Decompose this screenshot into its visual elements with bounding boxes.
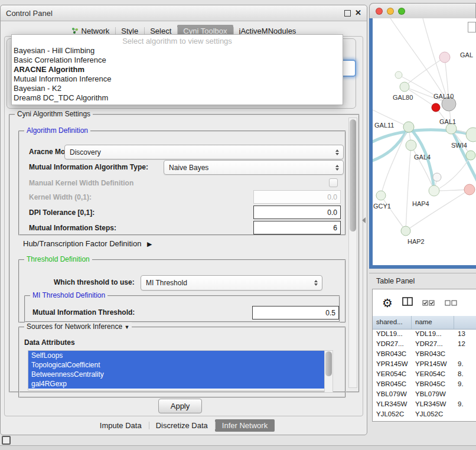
network-edge[interactable] <box>390 18 449 104</box>
column-header-2[interactable] <box>454 316 476 329</box>
aracne-mode-select[interactable]: Discovery <box>64 145 344 159</box>
kernel-width-input[interactable]: 0.0 <box>253 190 341 204</box>
table-row[interactable]: YBL079WYBL079W <box>373 389 476 399</box>
network-edge[interactable] <box>381 195 406 231</box>
network-node-swi4[interactable] <box>466 128 476 142</box>
network-view[interactable]: GAL80GAL10GAL1GAL11SWI4GAL4GCY1HAP4HAP2G… <box>373 18 476 265</box>
network-edge[interactable] <box>406 190 470 231</box>
table-header-row: shared...name <box>373 316 476 330</box>
kernel-width-value: 0.0 <box>327 193 337 201</box>
mi-type-label: Mutual Information Algorithm Type: <box>29 163 148 171</box>
mi-threshold-definition-title: MI Threshold Definition <box>30 291 107 299</box>
attribute-item-gal4rgexp[interactable]: gal4RGexp <box>28 379 324 389</box>
tab-impute-data[interactable]: Impute Data <box>93 419 149 432</box>
node-label: HAP4 <box>412 200 429 207</box>
network-node[interactable] <box>432 103 440 112</box>
network-view-window: GAL80GAL10GAL1GAL11SWI4GAL4GCY1HAP4HAP2G… <box>369 3 476 269</box>
float-window-icon[interactable] <box>344 10 351 17</box>
network-node-hap4[interactable] <box>429 185 439 196</box>
network-node[interactable] <box>464 184 475 195</box>
network-node[interactable] <box>395 71 402 79</box>
columns-icon[interactable] <box>402 297 413 308</box>
chevron-right-icon: ▶ <box>144 240 152 247</box>
algorithm-option-list: Bayesian - Hill ClimbingBasic Correlatio… <box>12 46 343 103</box>
sources-group-title[interactable]: Sources for Network Inference ▼ <box>24 322 132 331</box>
settings-scrollbar[interactable] <box>348 118 357 388</box>
attribute-item-topologicalcoefficient[interactable]: TopologicalCoefficient <box>28 360 324 370</box>
hub-section-label: Hub/Transcription Factor Definition <box>23 239 141 248</box>
mi-type-select[interactable]: Naive Bayes <box>164 160 344 175</box>
table-row[interactable]: YLR345WYLR345W9. <box>373 399 476 409</box>
table-toolbar: ⚙ <box>373 289 476 317</box>
table-cell: YBL079W <box>373 389 412 399</box>
chevron-updown-icon <box>335 165 339 171</box>
network-node-gcy1[interactable] <box>376 191 386 200</box>
table-row[interactable]: YDL19...YDL19...13 <box>373 329 476 339</box>
network-node-gal11[interactable] <box>403 122 414 132</box>
minimap-corner[interactable] <box>468 22 476 32</box>
zoom-traffic-light-icon[interactable] <box>398 8 405 15</box>
cyni-bottom-tab-bar: Impute DataDiscretize DataInfer Network <box>1 418 367 433</box>
attribute-list-scrollbar[interactable] <box>324 350 333 393</box>
tab-discretize-data[interactable]: Discretize Data <box>149 419 215 432</box>
panel-resize-arrow-icon[interactable] <box>362 217 366 223</box>
hub-section-toggle[interactable]: Hub/Transcription Factor Definition ▶ <box>23 239 152 248</box>
table-panel-title: Table Panel <box>376 277 415 285</box>
table-row[interactable]: YER054CYER054C8. <box>373 369 476 379</box>
node-label: GAL <box>460 51 473 58</box>
table-row[interactable]: YBR043CYBR043C <box>373 349 476 359</box>
node-label: GAL4 <box>414 154 431 161</box>
network-node[interactable] <box>439 52 450 63</box>
network-window-titlebar[interactable] <box>369 3 476 19</box>
aracne-mode-value: Discovery <box>70 148 101 156</box>
attribute-item-betweennesscentrality[interactable]: BetweennessCentrality <box>28 370 324 379</box>
chevron-updown-icon <box>314 280 318 286</box>
table-cell: YPR145W <box>412 359 454 369</box>
close-traffic-light-icon[interactable] <box>376 8 383 15</box>
column-header-shared[interactable]: shared... <box>373 316 412 329</box>
algorithm-option-bayesian-k2[interactable]: Bayesian - K2 <box>12 84 343 93</box>
attribute-item-selfloops[interactable]: SelfLoops <box>28 351 324 360</box>
dpi-tolerance-value: 0.0 <box>327 208 337 217</box>
table-row[interactable]: YDR27...YDR27...12 <box>373 339 476 349</box>
network-node[interactable] <box>466 151 475 160</box>
restore-panel-icon[interactable] <box>2 436 11 445</box>
network-node-hap2[interactable] <box>401 226 410 236</box>
column-header-name[interactable]: name <box>412 316 454 329</box>
network-node[interactable] <box>433 173 441 181</box>
apply-button[interactable]: Apply <box>158 399 202 413</box>
threshold-definition-title: Threshold Definition <box>24 255 92 263</box>
network-canvas[interactable]: GAL80GAL10GAL1GAL11SWI4GAL4GCY1HAP4HAP2G… <box>373 18 476 265</box>
close-icon[interactable]: ✕ <box>355 10 361 16</box>
algorithm-option-basic-correlation-inference[interactable]: Basic Correlation Inference <box>12 56 343 65</box>
attribute-list[interactable]: SelfLoopsTopologicalCoefficientBetweenne… <box>28 350 325 390</box>
table-cell: YDR27... <box>373 339 412 349</box>
which-threshold-select[interactable]: MI Threshold <box>141 275 322 291</box>
tab-infer-network[interactable]: Infer Network <box>215 419 275 432</box>
table-row[interactable]: YBR045CYBR045C9. <box>373 379 476 389</box>
table-row[interactable]: YJL052CYJL052C <box>373 409 476 419</box>
node-label: GCY1 <box>373 203 391 210</box>
table-cell <box>454 409 476 419</box>
algorithm-option-bayesian-hill-climbing[interactable]: Bayesian - Hill Climbing <box>12 46 343 56</box>
network-node-gal80[interactable] <box>400 82 409 92</box>
network-edge[interactable] <box>406 145 411 231</box>
mi-steps-input[interactable]: 6 <box>253 221 341 234</box>
scrollbar-thumb[interactable] <box>350 119 356 231</box>
algorithm-option-aracne-algorithm[interactable]: ARACNE Algorithm <box>12 65 343 74</box>
control-panel-titlebar[interactable]: Control Panel ✕ <box>1 5 367 21</box>
select-all-icon[interactable] <box>422 298 435 308</box>
mi-threshold-input[interactable]: 0.5 <box>252 306 339 319</box>
gear-icon[interactable]: ⚙ <box>382 297 393 309</box>
manual-kernel-checkbox[interactable] <box>329 178 338 187</box>
dpi-tolerance-input[interactable]: 0.0 <box>253 206 341 219</box>
window-buttons: ✕ <box>344 10 367 17</box>
scrollbar-thumb[interactable] <box>325 351 332 376</box>
network-node-gal4[interactable] <box>406 140 416 151</box>
algorithm-option-dream8-dc-tdc-algorithm[interactable]: Dream8 DC_TDC Algorithm <box>12 93 343 103</box>
minimize-traffic-light-icon[interactable] <box>387 8 394 15</box>
table-panel-titlebar[interactable]: Table Panel <box>369 273 476 289</box>
deselect-all-icon[interactable] <box>445 298 458 308</box>
table-row[interactable]: YPR145WYPR145W9. <box>373 359 476 369</box>
algorithm-option-mutual-information-inference[interactable]: Mutual Information Inference <box>12 74 343 84</box>
